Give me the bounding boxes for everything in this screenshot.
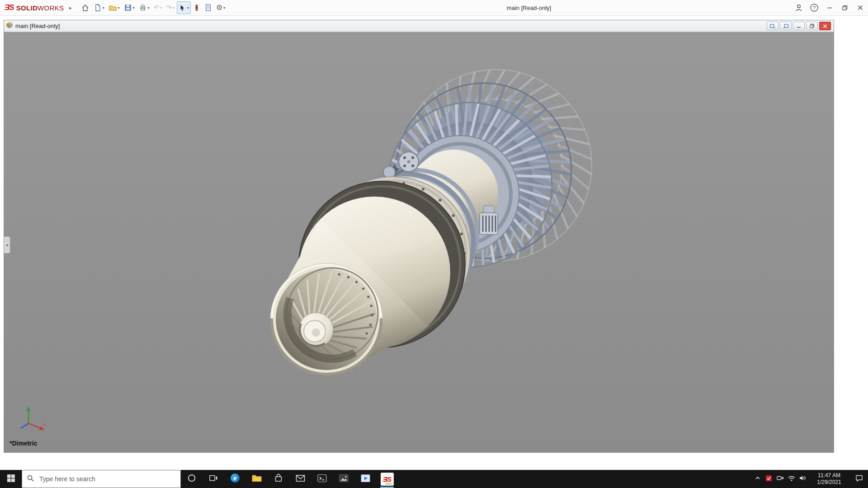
help-button[interactable]: ? bbox=[807, 0, 822, 15]
app-titlebar[interactable]: ƎS SOLIDWORKS ▸ ▾ ▾ ▾ ▾ bbox=[0, 0, 868, 16]
chevron-down-icon[interactable]: ▾ bbox=[223, 6, 225, 10]
file-explorer-button[interactable] bbox=[246, 470, 268, 488]
cortana-button[interactable] bbox=[181, 470, 203, 488]
svg-text:e: e bbox=[233, 474, 237, 482]
restore-icon bbox=[842, 5, 848, 10]
toolbar-flyout-icon[interactable]: ▸ bbox=[69, 5, 72, 11]
network-button[interactable] bbox=[786, 470, 797, 488]
new-document-button[interactable]: ▾ bbox=[92, 1, 106, 14]
mdi-area: main [Read-only] bbox=[0, 16, 868, 470]
chevron-down-icon[interactable]: ▾ bbox=[187, 6, 189, 10]
chevron-down-icon[interactable]: ▾ bbox=[148, 6, 150, 10]
pane-left-button[interactable] bbox=[767, 22, 778, 30]
mail-button[interactable] bbox=[289, 470, 311, 488]
rebuild-button[interactable] bbox=[191, 1, 202, 14]
x-axis-label: x bbox=[43, 422, 46, 427]
pane-right-button[interactable] bbox=[780, 22, 792, 30]
system-tray: 11:47 AM 1/29/2021 bbox=[752, 470, 868, 488]
action-center-button[interactable] bbox=[850, 470, 868, 488]
photos-icon bbox=[339, 474, 349, 485]
home-icon bbox=[81, 4, 90, 12]
select-tool-button[interactable]: ▾ bbox=[177, 1, 191, 14]
open-button[interactable]: ▾ bbox=[107, 1, 122, 14]
doc-close-button[interactable] bbox=[819, 22, 831, 30]
taskbar-clock[interactable]: 11:47 AM 1/29/2021 bbox=[808, 472, 850, 486]
print-button[interactable]: ▾ bbox=[137, 1, 151, 14]
chevron-down-icon[interactable]: ▾ bbox=[160, 6, 162, 10]
ds-logo-icon: ƎS bbox=[5, 3, 14, 12]
store-button[interactable] bbox=[268, 470, 289, 488]
file-properties-icon bbox=[204, 4, 212, 12]
close-button[interactable] bbox=[853, 0, 868, 15]
volume-button[interactable] bbox=[797, 470, 808, 488]
undo-button[interactable]: ↶ ▾ bbox=[152, 1, 164, 14]
account-icon bbox=[794, 3, 803, 12]
help-icon: ? bbox=[810, 3, 819, 12]
assembly-icon bbox=[6, 22, 13, 31]
clock-time: 11:47 AM bbox=[810, 472, 849, 479]
minimize-button[interactable] bbox=[822, 0, 837, 15]
jet-engine-model bbox=[4, 32, 834, 452]
wifi-icon bbox=[788, 475, 796, 483]
redo-button[interactable]: ↷ ▾ bbox=[164, 1, 176, 14]
taskbar-search[interactable] bbox=[22, 470, 181, 488]
options-button[interactable]: ⚙ ▾ bbox=[214, 1, 227, 14]
document-window: main [Read-only] bbox=[4, 20, 834, 453]
solidworks-brand: ƎS SOLIDWORKS bbox=[0, 3, 66, 12]
close-icon bbox=[858, 5, 863, 10]
save-button[interactable]: ▾ bbox=[122, 1, 137, 14]
store-icon bbox=[274, 473, 283, 485]
solidworks-taskbar-button[interactable]: ƎS 2021 bbox=[376, 470, 398, 488]
new-document-icon bbox=[94, 4, 102, 12]
chevron-up-icon bbox=[754, 474, 761, 483]
svg-text:?: ? bbox=[813, 5, 816, 10]
file-properties-button[interactable] bbox=[203, 1, 214, 14]
document-title: main [Read-only] bbox=[15, 23, 60, 29]
solidworks-app: ƎS SOLIDWORKS ▸ ▾ ▾ ▾ ▾ bbox=[0, 0, 868, 488]
doc-minimize-button[interactable] bbox=[793, 22, 805, 30]
account-button[interactable] bbox=[791, 0, 807, 15]
redo-icon: ↷ bbox=[166, 4, 172, 12]
edge-button[interactable]: e bbox=[224, 470, 246, 488]
home-button[interactable] bbox=[79, 1, 91, 14]
chevron-down-icon[interactable]: ▾ bbox=[133, 6, 135, 10]
mail-icon bbox=[295, 474, 306, 484]
action-center-icon bbox=[855, 474, 863, 484]
terminal-icon bbox=[317, 474, 327, 485]
windows-logo-icon bbox=[7, 474, 15, 484]
y-axis-arrow bbox=[27, 406, 30, 411]
file-explorer-icon bbox=[251, 473, 262, 485]
clock-date: 1/29/2021 bbox=[810, 479, 849, 486]
media-player-button[interactable] bbox=[354, 470, 376, 488]
brand-name: SOLIDWORKS bbox=[16, 4, 64, 12]
media-player-icon bbox=[360, 474, 371, 485]
start-button[interactable] bbox=[0, 470, 22, 488]
chevron-down-icon[interactable]: ▾ bbox=[103, 6, 104, 10]
orientation-triad: x bbox=[15, 403, 47, 434]
open-folder-icon bbox=[108, 4, 117, 12]
doc-restore-button[interactable] bbox=[806, 22, 818, 30]
minimize-icon bbox=[827, 5, 832, 10]
window-controls: ? bbox=[791, 0, 868, 15]
search-input[interactable] bbox=[38, 475, 176, 483]
solidworks-monitor-tray-button[interactable] bbox=[763, 470, 774, 488]
solidworks-version-badge: 2021 bbox=[386, 482, 393, 485]
hidden-icons-button[interactable] bbox=[752, 470, 763, 488]
print-icon bbox=[139, 4, 147, 12]
terminal-button[interactable] bbox=[311, 470, 333, 488]
taskbar: e ƎS 2021 bbox=[0, 470, 868, 488]
solidworks-monitor-icon bbox=[765, 475, 772, 483]
undo-icon: ↶ bbox=[154, 4, 160, 12]
restore-button[interactable] bbox=[837, 0, 853, 15]
chevron-down-icon[interactable]: ▾ bbox=[173, 6, 175, 10]
meet-now-button[interactable] bbox=[774, 470, 786, 488]
task-view-button[interactable] bbox=[203, 470, 224, 488]
viewport-3d[interactable]: x *Dimetric ◂ bbox=[4, 32, 834, 452]
photos-button[interactable] bbox=[333, 470, 354, 488]
z-axis bbox=[21, 423, 28, 428]
document-titlebar[interactable]: main [Read-only] bbox=[4, 20, 834, 32]
collapsed-panel-tab[interactable]: ◂ bbox=[4, 236, 10, 253]
chevron-down-icon[interactable]: ▾ bbox=[118, 6, 120, 10]
meet-now-icon bbox=[776, 474, 784, 483]
view-orientation-label: *Dimetric bbox=[9, 440, 37, 447]
